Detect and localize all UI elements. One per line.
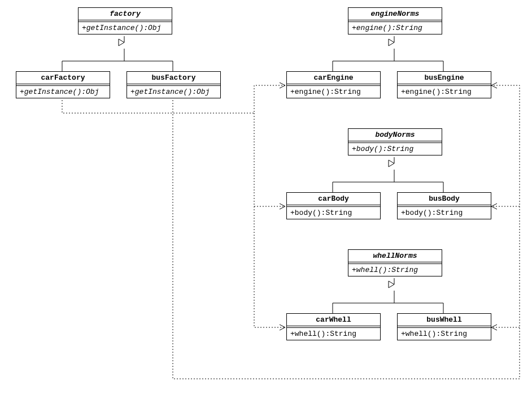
class-name: factory (79, 8, 172, 20)
class-method: +whell():String (348, 264, 442, 276)
class-carEngine: carEngine +engine():String (286, 71, 381, 98)
inherit-bodyNorms (333, 157, 443, 192)
class-method: +body():String (287, 207, 380, 219)
class-name: bodyNorms (348, 129, 442, 141)
class-engineNorms: engineNorms +engine():String (348, 7, 442, 34)
class-carWhell: carWhell +whell():String (286, 313, 381, 340)
class-factory: factory +getInstance():Obj (78, 7, 172, 34)
class-method: +engine():String (287, 86, 380, 98)
class-busFactory: busFactory +getInstance():Obj (127, 71, 221, 98)
class-carBody: carBody +body():String (286, 192, 381, 219)
class-name: busFactory (127, 72, 220, 84)
class-name: busWhell (398, 314, 491, 326)
inherit-whellNorms (333, 278, 443, 313)
class-bodyNorms: bodyNorms +body():String (348, 128, 442, 155)
inherit-factory (62, 36, 173, 71)
class-method: +getInstance():Obj (127, 86, 220, 98)
class-busEngine: busEngine +engine():String (397, 71, 491, 98)
class-name: busBody (398, 193, 491, 205)
class-busBody: busBody +body():String (397, 192, 491, 219)
uml-diagram: factory +getInstance():Obj carFactory +g… (0, 0, 532, 402)
class-method: +getInstance():Obj (16, 86, 110, 98)
class-carFactory: carFactory +getInstance():Obj (16, 71, 110, 98)
class-name: carEngine (287, 72, 380, 84)
class-name: carFactory (16, 72, 110, 84)
class-method: +body():String (348, 143, 442, 155)
class-method: +whell():String (398, 328, 491, 340)
class-name: carWhell (287, 314, 380, 326)
class-method: +getInstance():Obj (79, 22, 172, 34)
class-busWhell: busWhell +whell():String (397, 313, 491, 340)
class-method: +whell():String (287, 328, 380, 340)
class-name: whellNorms (348, 250, 442, 262)
class-name: carBody (287, 193, 380, 205)
class-method: +body():String (398, 207, 491, 219)
inherit-engineNorms (333, 36, 443, 71)
class-method: +engine():String (348, 22, 442, 34)
class-name: engineNorms (348, 8, 442, 20)
class-method: +engine():String (398, 86, 491, 98)
class-whellNorms: whellNorms +whell():String (348, 249, 442, 276)
dep-carFactory (62, 85, 285, 327)
class-name: busEngine (398, 72, 491, 84)
